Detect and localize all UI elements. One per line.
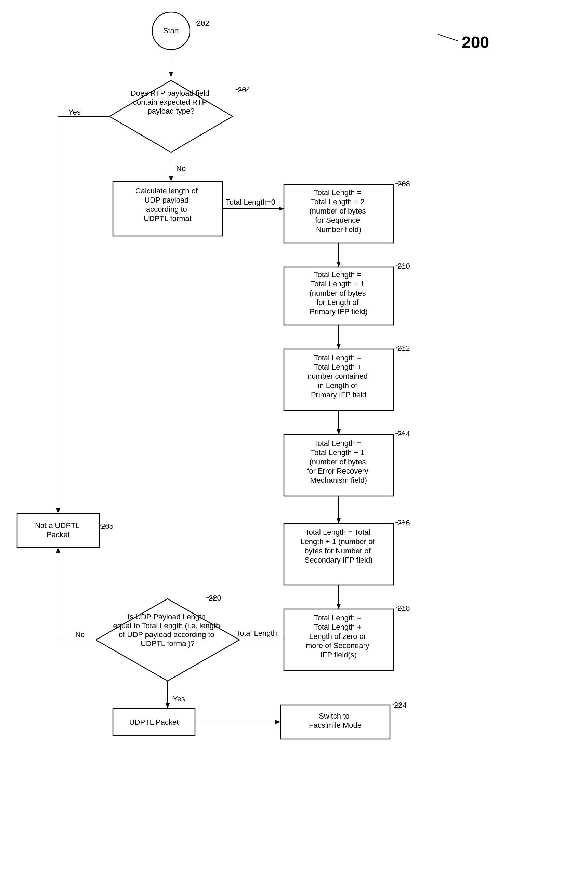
- no-label2: No: [75, 630, 85, 639]
- flowchart-diagram: 200 Start 202 Does RTP payload field con…: [0, 0, 588, 890]
- box212-label: Total Length = Total Length + number con…: [308, 353, 370, 399]
- box210-label: Total Length = Total Length + 1 (number …: [309, 270, 368, 316]
- svg-marker-28: [275, 720, 280, 724]
- svg-line-0: [438, 34, 458, 41]
- box214-label: Total Length = Total Length + 1 (number …: [307, 439, 370, 485]
- ref-216: 216: [398, 518, 410, 527]
- no-label1: No: [176, 164, 186, 173]
- total-length-0-label: Total Length=0: [226, 198, 275, 206]
- ref-214: 214: [398, 429, 410, 438]
- ref-218: 218: [398, 604, 410, 612]
- svg-marker-4: [169, 176, 173, 182]
- ref-220: 220: [208, 594, 221, 602]
- ref-210: 210: [398, 262, 410, 270]
- ref-224: 224: [394, 701, 407, 709]
- ref-205: 205: [101, 522, 114, 530]
- svg-marker-14: [337, 518, 341, 524]
- yes-label2: Yes: [173, 695, 185, 703]
- yes-label1: Yes: [68, 108, 81, 116]
- udptl-packet-label: UDPTL Packet: [129, 718, 179, 726]
- svg-marker-12: [337, 429, 341, 435]
- start-label: Start: [163, 26, 179, 35]
- ref-208: 208: [398, 180, 410, 188]
- svg-marker-2: [169, 72, 173, 77]
- svg-marker-16: [337, 604, 341, 609]
- svg-marker-21: [56, 508, 60, 513]
- svg-marker-24: [56, 548, 60, 552]
- svg-marker-8: [337, 262, 341, 267]
- ref-212: 212: [398, 344, 410, 353]
- box208-label: Total Length = Total Length + 2 (number …: [309, 188, 368, 234]
- svg-marker-10: [337, 344, 341, 349]
- svg-marker-26: [165, 703, 170, 708]
- svg-marker-6: [279, 207, 284, 211]
- ref-204: 204: [238, 86, 250, 94]
- diagram-number: 200: [462, 33, 489, 51]
- total-length-label: Total Length: [236, 629, 277, 638]
